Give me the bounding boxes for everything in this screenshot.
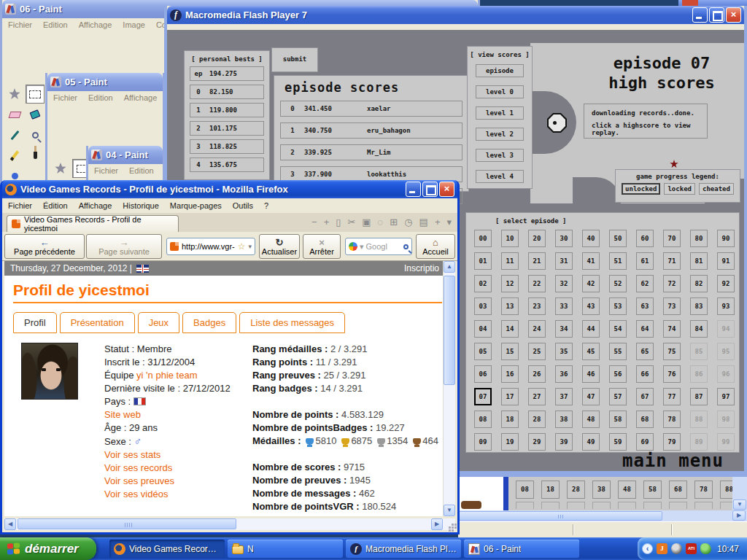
profile-link[interactable]: Voir ses stats <box>104 449 160 460</box>
java-tray-icon[interactable]: J <box>657 543 667 554</box>
episode-button-42[interactable]: 42 <box>582 275 600 292</box>
profile-link[interactable]: yi 'n phie team <box>136 370 197 381</box>
home-button[interactable]: ⌂ Accueil <box>416 234 455 259</box>
taskbar-task-folder[interactable]: N <box>228 540 343 558</box>
episode-button-21[interactable]: 21 <box>528 252 546 270</box>
scroll-left-button[interactable]: ◀ <box>4 518 16 530</box>
menu-edition[interactable]: Edition <box>88 93 113 102</box>
episode-button-28[interactable]: 28 <box>528 411 546 428</box>
episode-button-47[interactable]: 47 <box>582 388 600 405</box>
episode-button-59[interactable]: 59 <box>609 433 627 451</box>
episode-button-89[interactable]: 89 <box>690 433 708 451</box>
menu-historique[interactable]: Historique <box>123 201 159 210</box>
episode-button-18[interactable]: 18 <box>501 411 519 428</box>
episode-button-95[interactable]: 95 <box>717 343 735 360</box>
episode-button-33[interactable]: 33 <box>555 298 573 315</box>
episode-button-10[interactable]: 10 <box>501 230 519 247</box>
refresh-button[interactable]: ↻ Actualiser <box>259 234 300 259</box>
menu-marquepages[interactable]: Marque-pages <box>170 201 222 210</box>
episode-button-54[interactable]: 54 <box>609 320 627 338</box>
episode-button-99[interactable]: 99 <box>717 433 735 451</box>
hscroll-thumb[interactable] <box>458 511 662 521</box>
menu-affichage[interactable]: Affichage <box>79 201 112 210</box>
menu-image[interactable]: Image <box>123 20 145 29</box>
bookmark-star-icon[interactable]: ☆ <box>238 241 246 252</box>
episode-button-92[interactable]: 92 <box>717 275 735 292</box>
episode-button-70[interactable]: 70 <box>663 230 681 247</box>
episode-button-91[interactable]: 91 <box>717 252 735 270</box>
print-icon[interactable]: ▤ <box>419 217 428 228</box>
paint-05-titlebar[interactable]: 05 - Paint <box>47 73 163 91</box>
episode-button-75[interactable]: 75 <box>663 343 681 360</box>
episode-button-72[interactable]: 72 <box>663 275 681 292</box>
plus-icon[interactable]: + <box>324 217 330 228</box>
episode-button-94[interactable]: 94 <box>717 320 735 338</box>
episode-button-25[interactable]: 25 <box>528 343 546 360</box>
maximize-button[interactable] <box>709 7 724 23</box>
episode-button-86[interactable]: 86 <box>690 365 708 383</box>
scroll-down-button[interactable]: ▼ <box>733 499 746 510</box>
episode-button-85[interactable]: 85 <box>690 343 708 360</box>
episode-button-49[interactable]: 49 <box>582 433 600 451</box>
episode-button-18[interactable]: 18 <box>541 481 560 499</box>
taskbar-task-flash[interactable]: Macromedia Flash Pla... <box>346 540 461 558</box>
episode-button-63[interactable]: 63 <box>636 298 654 315</box>
vscroll-thumb[interactable] <box>444 276 455 385</box>
episode-button-58[interactable]: 58 <box>609 411 627 428</box>
green-tray-icon[interactable] <box>700 543 711 554</box>
episode-button-60[interactable]: 60 <box>636 230 654 247</box>
menu-?[interactable]: ? <box>264 201 268 210</box>
view-scores-level-4[interactable]: level 4 <box>476 170 524 183</box>
episode-button-24[interactable]: 24 <box>528 320 546 338</box>
episode-button-32[interactable]: 32 <box>555 275 573 292</box>
episode-button-14[interactable]: 14 <box>501 320 519 338</box>
episode-button-87[interactable]: 87 <box>690 388 708 405</box>
episode-button-52[interactable]: 52 <box>609 275 627 292</box>
url-dropdown-icon[interactable]: ▾ <box>249 243 252 250</box>
episode-button-93[interactable]: 93 <box>717 298 735 315</box>
menu-fichier[interactable]: Fichier <box>94 166 118 175</box>
episode-button-36[interactable]: 36 <box>555 365 573 383</box>
episode-button-04[interactable]: 04 <box>474 320 492 338</box>
resize-grip[interactable] <box>443 518 455 530</box>
episode-button-38[interactable]: 38 <box>555 411 573 428</box>
plus-icon[interactable]: + <box>435 217 441 228</box>
copy-icon[interactable]: ▣ <box>362 217 371 228</box>
episode-button-45[interactable]: 45 <box>582 343 600 360</box>
episode-button-71[interactable]: 71 <box>663 252 681 270</box>
episode-button-11[interactable]: 11 <box>501 252 519 270</box>
view-scores-level-3[interactable]: level 3 <box>476 149 524 162</box>
stop-button[interactable]: × Arrêter <box>303 234 341 259</box>
background-browser-vscrollbar[interactable]: ▼ <box>732 477 747 510</box>
forward-button[interactable]: → Page suivante <box>86 234 162 259</box>
tab-présentation[interactable]: Présentation <box>60 312 135 333</box>
episode-button-82[interactable]: 82 <box>690 275 708 292</box>
episode-button-00[interactable]: 00 <box>474 230 492 247</box>
scroll-right-button[interactable]: ▶ <box>431 518 443 530</box>
episode-button-96[interactable]: 96 <box>717 365 735 383</box>
view-scores-level-2[interactable]: level 2 <box>476 128 524 141</box>
episode-button-35[interactable]: 35 <box>555 343 573 360</box>
pencil-tool[interactable] <box>5 146 24 165</box>
uk-flag-icon[interactable] <box>136 265 149 273</box>
ati-tray-icon[interactable]: ATI <box>686 543 697 554</box>
episode-button-81[interactable]: 81 <box>690 252 708 270</box>
minimize-button[interactable] <box>406 182 421 197</box>
view-scores-level-0[interactable]: level 0 <box>476 85 524 98</box>
scroll-right-button[interactable]: ▶ <box>732 510 746 521</box>
search-engine-dropdown-icon[interactable]: ▾ <box>360 242 364 252</box>
episode-button-41[interactable]: 41 <box>582 252 600 270</box>
menu-edition[interactable]: Edition <box>43 20 68 29</box>
episode-button-50[interactable]: 50 <box>609 230 627 247</box>
minimize-button[interactable] <box>692 7 708 23</box>
vertical-scrollbar[interactable]: ▲ ▼ <box>443 261 455 516</box>
episode-button-06[interactable]: 06 <box>474 365 492 383</box>
close-button[interactable]: × <box>439 182 454 197</box>
browser-tab[interactable]: Video Games Records - Profil de yicestmo… <box>7 215 179 232</box>
magnifier-icon[interactable] <box>403 244 409 249</box>
episode-button-38[interactable]: 38 <box>592 481 611 499</box>
loading-icon[interactable]: ◌ <box>378 217 384 228</box>
episode-button-74[interactable]: 74 <box>663 320 681 338</box>
episode-button-08[interactable]: 08 <box>516 481 534 499</box>
episode-button-68[interactable]: 68 <box>636 411 654 428</box>
